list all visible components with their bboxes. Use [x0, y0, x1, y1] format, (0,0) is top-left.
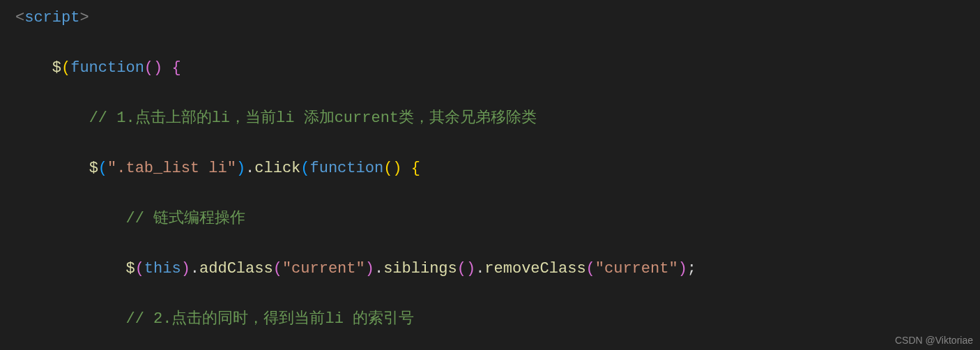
code-line: // 1.点击上部的li，当前li 添加current类，其余兄弟移除类 — [15, 106, 980, 131]
paren: ) — [236, 160, 245, 177]
string: "current" — [282, 260, 365, 277]
code-editor[interactable]: <script> $(function() { // 1.点击上部的li，当前l… — [0, 0, 980, 350]
paren: ) — [392, 160, 401, 177]
paren: ( — [300, 160, 309, 177]
code-line: $(function() { — [15, 56, 980, 81]
code-line: $(this).addClass("current").siblings().r… — [15, 257, 980, 282]
code-line: // 2.点击的同时，得到当前li 的索引号 — [15, 307, 980, 332]
tag-name: script — [24, 9, 79, 26]
string: "current" — [595, 260, 678, 277]
paren: ( — [273, 260, 282, 277]
space — [402, 160, 411, 177]
method-click: click — [254, 160, 300, 177]
function-keyword: function — [310, 160, 384, 177]
paren: ) — [365, 260, 374, 277]
paren: ( — [457, 260, 466, 277]
paren: ( — [586, 260, 595, 277]
method-siblings: siblings — [383, 260, 457, 277]
dot: . — [190, 260, 199, 277]
comment: // 链式编程操作 — [125, 210, 245, 227]
string: ".tab_list li" — [107, 160, 236, 177]
dollar-fn: $ — [125, 260, 135, 277]
code-line: $(".tab_list li").click(function() { — [15, 156, 980, 181]
dollar-fn: $ — [52, 59, 61, 77]
paren: ) — [678, 260, 687, 277]
method-addclass: addClass — [199, 260, 273, 277]
paren: ( — [98, 160, 107, 177]
paren: ( — [144, 59, 153, 77]
brace: { — [171, 59, 181, 77]
dollar-fn: $ — [89, 160, 98, 177]
space — [162, 59, 171, 77]
dot: . — [374, 260, 383, 277]
comment: // 2.点击的同时，得到当前li 的索引号 — [125, 310, 414, 328]
comment: // 1.点击上部的li，当前li 添加current类，其余兄弟移除类 — [89, 109, 537, 127]
paren: ) — [153, 59, 162, 77]
tag-open-lt: < — [15, 9, 24, 26]
dot: . — [475, 260, 484, 277]
this-keyword: this — [144, 260, 181, 277]
code-line: // 链式编程操作 — [15, 206, 980, 231]
paren: ( — [61, 59, 70, 77]
paren: ( — [383, 160, 392, 177]
paren: ) — [181, 260, 190, 277]
paren: ) — [466, 260, 475, 277]
function-keyword: function — [70, 59, 144, 77]
dot: . — [245, 160, 254, 177]
semicolon: ; — [687, 260, 696, 277]
brace: { — [411, 160, 420, 177]
method-removeclass: removeClass — [484, 260, 585, 277]
watermark-label: CSDN @Viktoriae — [895, 335, 973, 346]
paren: ( — [135, 260, 144, 277]
tag-open-gt: > — [79, 9, 89, 26]
code-line: <script> — [15, 6, 980, 31]
